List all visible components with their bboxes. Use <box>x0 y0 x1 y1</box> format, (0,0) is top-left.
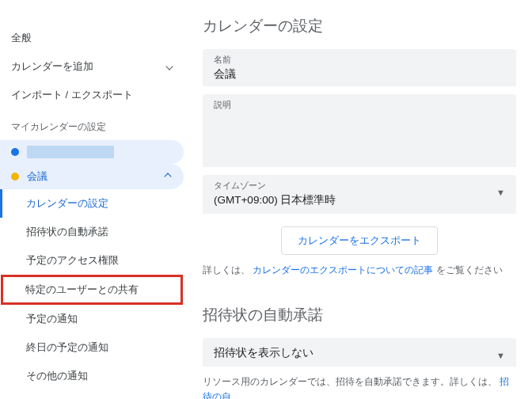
subnav-auto-accept[interactable]: 招待状の自動承諾 <box>0 218 184 246</box>
subnav-calendar-settings[interactable]: カレンダーの設定 <box>0 189 184 218</box>
subnav-other-notifications[interactable]: その他の通知 <box>0 362 184 390</box>
sidebar-calendar-primary[interactable] <box>0 140 184 164</box>
export-calendar-button[interactable]: カレンダーをエクスポート <box>281 226 438 255</box>
sidebar-item-import-export[interactable]: インポート / エクスポート <box>0 81 184 109</box>
chevron-down-icon <box>165 63 173 70</box>
sidebar-item-general[interactable]: 全般 <box>0 24 184 52</box>
subnav-event-notifications[interactable]: 予定の通知 <box>0 305 184 333</box>
calendar-color-dot-icon <box>11 173 19 180</box>
subnav-integrate-calendar[interactable]: カレンダーの統合 <box>0 390 184 399</box>
auto-accept-select[interactable]: 招待状を表示しない ▼ <box>203 338 516 367</box>
sidebar-item-label: カレンダーを追加 <box>11 59 93 74</box>
subnav-access-permissions[interactable]: 予定のアクセス権限 <box>0 246 184 275</box>
field-label: タイムゾーン <box>214 180 336 192</box>
export-hint-text: 詳しくは、 カレンダーのエクスポートについての記事 をご覧ください <box>203 263 516 278</box>
export-help-link[interactable]: カレンダーのエクスポートについての記事 <box>253 264 433 276</box>
sidebar-item-label: インポート / エクスポート <box>11 88 133 102</box>
field-value: 会議 <box>214 67 505 82</box>
calendar-color-dot-icon <box>11 148 19 156</box>
field-value: (GMT+09:00) 日本標準時 <box>214 193 336 207</box>
redacted-calendar-name <box>27 146 114 158</box>
settings-sidebar: 全般 カレンダーを追加 インポート / エクスポート マイカレンダーの設定 会議… <box>0 0 184 399</box>
settings-main-panel: カレンダーの設定 名前 会議 説明 タイムゾーン (GMT+09:00) 日本標… <box>184 0 532 399</box>
subnav-share-with-users[interactable]: 特定のユーザーとの共有 <box>1 275 183 305</box>
timezone-select[interactable]: タイムゾーン (GMT+09:00) 日本標準時 ▼ <box>203 175 516 214</box>
dropdown-caret-icon: ▼ <box>496 180 505 197</box>
field-value: 招待状を表示しない <box>214 343 314 360</box>
sidebar-calendar-meeting[interactable]: 会議 <box>0 164 184 189</box>
chevron-up-icon <box>164 173 171 180</box>
field-label: 説明 <box>214 99 505 111</box>
calendar-name-field[interactable]: 名前 会議 <box>203 49 516 86</box>
sidebar-item-label: 全般 <box>11 31 32 45</box>
section-title-calendar-settings: カレンダーの設定 <box>203 16 516 36</box>
dropdown-caret-icon: ▼ <box>496 343 505 360</box>
sidebar-calendar-label: 会議 <box>27 169 48 184</box>
sidebar-section-my-calendars: マイカレンダーの設定 <box>0 109 184 140</box>
field-label: 名前 <box>214 54 505 66</box>
calendar-description-field[interactable]: 説明 <box>203 94 516 167</box>
sidebar-item-add-calendar[interactable]: カレンダーを追加 <box>0 52 184 81</box>
subnav-allday-notifications[interactable]: 終日の予定の通知 <box>0 333 184 362</box>
section-title-auto-accept: 招待状の自動承諾 <box>203 305 516 325</box>
auto-accept-hint-text: リソース用のカレンダーでは、招待を自動承諾できます。詳しくは、 招待の自 さい <box>203 374 516 399</box>
